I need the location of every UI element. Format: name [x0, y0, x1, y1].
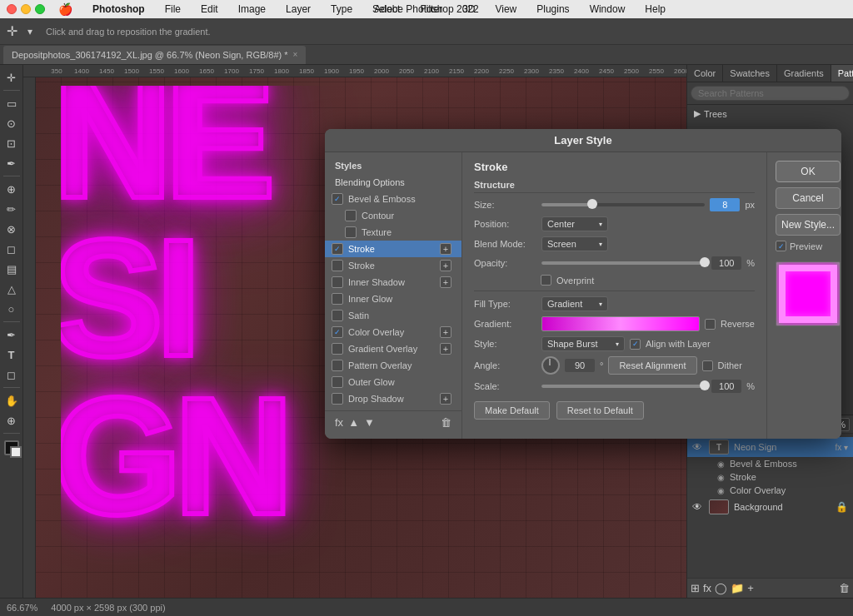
drop-shadow-checkbox[interactable] [332, 393, 343, 405]
eyedropper-tool[interactable]: ✒ [2, 154, 21, 172]
new-style-button[interactable]: New Style... [776, 214, 841, 236]
blend-mode-select[interactable]: Screen ▾ [541, 236, 608, 251]
size-slider-thumb[interactable] [587, 199, 597, 209]
bevel-emboss-checkbox[interactable]: ✓ [332, 193, 343, 205]
move-down-icon[interactable]: ▼ [364, 416, 375, 429]
inner-glow-checkbox[interactable] [332, 293, 343, 305]
style-gradient-overlay[interactable]: Gradient Overlay + [325, 340, 461, 357]
style-inner-shadow[interactable]: Inner Shadow + [325, 274, 461, 291]
stroke2-plus-button[interactable]: + [440, 260, 451, 271]
style-stroke-active[interactable]: ✓ Stroke + [325, 241, 461, 257]
new-group-icon[interactable]: 📁 [731, 582, 744, 594]
position-select[interactable]: Center ▾ [541, 216, 608, 231]
overprint-checkbox[interactable] [541, 275, 551, 286]
fx-icon[interactable]: fx [335, 416, 343, 429]
menu-photoshop[interactable]: Photoshop [89, 2, 148, 17]
effect-color-overlay[interactable]: ◉ Color Overlay [712, 484, 853, 497]
crop-tool[interactable]: ⊡ [2, 134, 21, 152]
type-tool[interactable]: T [2, 345, 21, 364]
menu-image[interactable]: Image [235, 2, 269, 17]
minimize-button[interactable] [21, 4, 31, 14]
style-color-overlay[interactable]: ✓ Color Overlay + [325, 324, 461, 340]
tab-color[interactable]: Color [687, 65, 723, 82]
search-input[interactable] [691, 86, 850, 101]
layer-eye-icon[interactable]: 👁 [692, 441, 704, 453]
pattern-overlay-checkbox[interactable] [332, 360, 343, 371]
marquee-tool[interactable]: ▭ [2, 94, 21, 112]
menu-edit[interactable]: Edit [197, 2, 222, 17]
inner-shadow-plus-button[interactable]: + [440, 276, 451, 288]
ok-button[interactable]: OK [776, 161, 841, 182]
maximize-button[interactable] [35, 4, 45, 14]
make-default-button[interactable]: Make Default [474, 401, 550, 420]
lasso-tool[interactable]: ⊙ [2, 114, 21, 132]
delete-layer-icon[interactable]: 🗑 [839, 582, 850, 594]
menu-type[interactable]: Type [327, 2, 356, 17]
close-button[interactable] [7, 4, 17, 14]
stroke-checkbox-2[interactable] [332, 260, 343, 271]
style-contour[interactable]: Contour [325, 207, 461, 224]
fill-type-select[interactable]: Gradient ▾ [541, 296, 608, 311]
add-style-icon[interactable]: fx [703, 582, 711, 594]
angle-wheel[interactable] [541, 356, 560, 375]
stroke-plus-button[interactable]: + [440, 243, 451, 255]
clone-tool[interactable]: ⊗ [2, 220, 21, 238]
menu-window[interactable]: Window [586, 2, 629, 17]
style-inner-glow[interactable]: Inner Glow [325, 291, 461, 307]
reverse-checkbox[interactable] [705, 319, 716, 330]
style-outer-glow[interactable]: Outer Glow [325, 374, 461, 390]
style-texture[interactable]: Texture [325, 224, 461, 241]
texture-checkbox[interactable] [345, 226, 357, 238]
opacity-input[interactable] [711, 256, 741, 270]
document-tab[interactable]: Depositphotos_306174192_XL.jpg @ 66.7% (… [3, 46, 306, 64]
zoom-tool[interactable]: ⊕ [2, 411, 21, 430]
scale-slider-thumb[interactable] [700, 380, 710, 390]
eraser-tool[interactable]: ◻ [2, 240, 21, 258]
drop-shadow-plus-button[interactable]: + [440, 393, 451, 405]
stroke-checkbox-1[interactable]: ✓ [332, 243, 343, 255]
align-layer-checkbox[interactable]: ✓ [630, 339, 641, 350]
tab-close-button[interactable]: × [293, 50, 298, 59]
delete-style-icon[interactable]: 🗑 [441, 416, 451, 429]
effect-stroke[interactable]: ◉ Stroke [712, 470, 853, 484]
menu-layer[interactable]: Layer [282, 2, 314, 17]
cancel-button[interactable]: Cancel [776, 187, 841, 209]
pen-tool[interactable]: ✒ [2, 325, 21, 344]
blending-options-item[interactable]: Blending Options [325, 174, 461, 191]
add-mask-icon[interactable]: ◯ [715, 582, 727, 594]
menu-help[interactable]: Help [641, 2, 669, 17]
move-tool-icon[interactable]: ✛ [7, 23, 17, 39]
healing-tool[interactable]: ⊕ [2, 180, 21, 198]
reset-alignment-button[interactable]: Reset Alignment [608, 356, 696, 375]
blur-tool[interactable]: △ [2, 280, 21, 298]
angle-input[interactable] [565, 359, 595, 372]
style-pattern-overlay[interactable]: Pattern Overlay [325, 357, 461, 374]
style-select[interactable]: Shape Burst ▾ [541, 336, 625, 351]
layer-eye-icon-2[interactable]: 👁 [692, 501, 704, 513]
gradient-overlay-plus-button[interactable]: + [440, 343, 451, 355]
tab-patterns[interactable]: Patterns [831, 65, 853, 82]
gradient-overlay-checkbox[interactable] [332, 343, 343, 355]
foreground-color[interactable] [4, 440, 19, 455]
gradient-tool[interactable]: ▤ [2, 260, 21, 278]
contour-checkbox[interactable] [345, 210, 357, 221]
scale-slider[interactable] [541, 385, 706, 388]
preview-checkbox[interactable]: ✓ [776, 241, 786, 251]
scale-input[interactable] [711, 380, 741, 393]
new-layer-icon[interactable]: + [747, 582, 754, 594]
style-drop-shadow[interactable]: Drop Shadow + [325, 390, 461, 407]
opacity-slider-thumb[interactable] [700, 257, 710, 267]
move-tool[interactable]: ✛ [2, 68, 21, 87]
dither-checkbox[interactable] [702, 360, 713, 371]
size-slider[interactable] [541, 203, 705, 206]
menu-plugins[interactable]: Plugins [533, 2, 572, 17]
inner-shadow-checkbox[interactable] [332, 276, 343, 288]
satin-checkbox[interactable] [332, 310, 343, 321]
style-stroke-2[interactable]: Stroke + [325, 257, 461, 274]
trees-item[interactable]: ▶ Trees [694, 108, 846, 119]
opacity-slider[interactable] [541, 261, 706, 265]
link-layers-icon[interactable]: ⊞ [691, 582, 700, 594]
move-up-icon[interactable]: ▲ [348, 416, 359, 429]
effect-bevel-emboss[interactable]: ◉ Bevel & Emboss [712, 457, 853, 470]
layer-neon-sign[interactable]: 👁 T Neon Sign fx ▾ [687, 437, 853, 457]
